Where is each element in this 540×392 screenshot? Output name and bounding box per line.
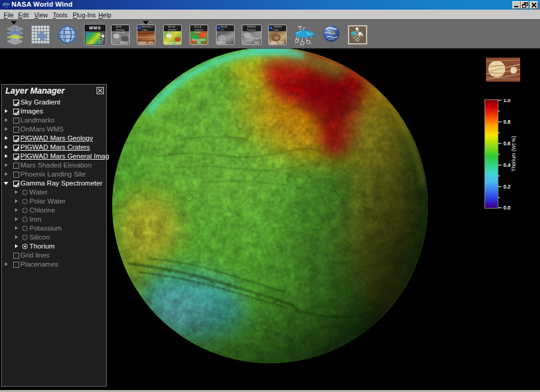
svg-text:Thorium (Wt %): Thorium (Wt %) [511,136,517,172]
svg-text:0.0: 0.0 [503,205,511,211]
svg-text:0.6: 0.6 [503,140,511,146]
svg-text:1.0: 1.0 [503,99,511,103]
svg-text:0.8: 0.8 [503,119,511,125]
svg-text:0.4: 0.4 [503,162,511,168]
svg-text:0.2: 0.2 [503,184,511,190]
